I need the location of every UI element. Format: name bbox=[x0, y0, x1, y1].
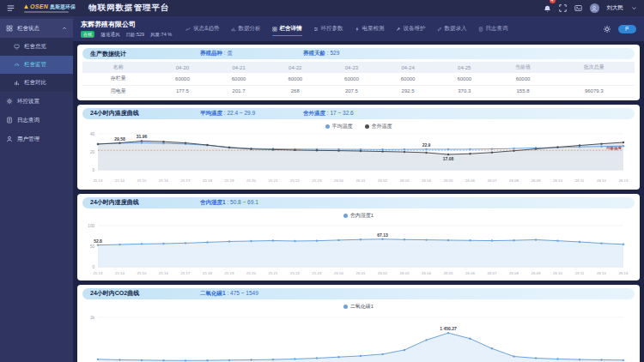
table-cell: 207.5 bbox=[324, 85, 380, 97]
sliders-icon bbox=[313, 27, 319, 32]
column-header: 04-22 bbox=[267, 62, 324, 73]
column-header: 04-25 bbox=[436, 62, 493, 73]
toggle-glyph-icon bbox=[624, 26, 630, 32]
data-point-label: 29.58 bbox=[114, 136, 125, 141]
legend-label: 舍外温度 bbox=[372, 123, 392, 130]
legend-item-舍内湿度1[interactable]: 舍内湿度1 bbox=[343, 212, 374, 220]
chart-legend: 平均温度舍外温度 bbox=[82, 123, 635, 130]
settings-gear-icon[interactable] bbox=[603, 25, 611, 33]
svg-text:25 15: 25 15 bbox=[137, 178, 147, 183]
avatar[interactable] bbox=[590, 3, 599, 13]
farm-name: 东辉养殖有限公司 bbox=[81, 20, 172, 29]
notification-badge: 4 bbox=[550, 0, 556, 3]
column-header: 名称 bbox=[82, 62, 155, 73]
notifications-button[interactable]: 4 bbox=[544, 1, 551, 16]
svg-text:25 17: 25 17 bbox=[181, 178, 191, 183]
chart-plot: 2k1 450.2725 1325 1425 1525 1625 1725 18… bbox=[82, 311, 635, 362]
table-cell: 60000 bbox=[436, 73, 493, 85]
tab-label: 数据分析 bbox=[239, 25, 261, 33]
legend-item-平均温度[interactable]: 平均温度 bbox=[325, 123, 353, 130]
gallery-icon[interactable] bbox=[574, 4, 582, 12]
svg-text:25 13: 25 13 bbox=[94, 178, 103, 183]
farm-badge: 风量:74 % bbox=[150, 32, 172, 38]
svg-text:26 09: 26 09 bbox=[532, 271, 541, 275]
content-scroll-area[interactable]: 生产数据统计 养殖品种 : 蛋养殖天龄 : 529 名称04-2004-2104… bbox=[73, 41, 644, 362]
tab-状态&趋势[interactable]: 状态&趋势 bbox=[185, 18, 219, 39]
svg-text:26 06: 26 06 bbox=[465, 178, 475, 183]
svg-text:25 20: 25 20 bbox=[246, 178, 256, 183]
chevron-down-icon bbox=[631, 5, 637, 11]
svg-text:26 04: 26 04 bbox=[422, 271, 431, 275]
svg-text:26 06: 26 06 bbox=[465, 271, 475, 275]
gear-icon bbox=[603, 25, 611, 33]
svg-text:26 07: 26 07 bbox=[488, 271, 497, 275]
tab-环控参数[interactable]: 环控参数 bbox=[313, 18, 343, 39]
sidebar-item-栏舍总览[interactable]: 栏舍总览 bbox=[0, 38, 73, 56]
legend-dot-icon bbox=[365, 124, 369, 129]
svg-text:26 01: 26 01 bbox=[356, 178, 366, 183]
view-toggle[interactable] bbox=[618, 25, 636, 33]
sidebar-item-栏舍对比[interactable]: 栏舍对比 bbox=[0, 74, 73, 92]
legend-dot-icon bbox=[343, 305, 348, 309]
tab-电量检测[interactable]: 电量检测 bbox=[355, 18, 385, 39]
legend-item-舍外温度[interactable]: 舍外温度 bbox=[365, 123, 392, 130]
sidebar-item-label: 栏舍对比 bbox=[24, 79, 46, 87]
column-header: 04-20 bbox=[155, 62, 211, 73]
farm-info: 东辉养殖有限公司 在线 隧道通风日龄:529风量:74 % bbox=[81, 20, 172, 39]
table-cell bbox=[553, 73, 635, 85]
table-cell: 用电量 bbox=[82, 85, 155, 97]
bell-icon bbox=[544, 5, 551, 13]
svg-text:0: 0 bbox=[92, 167, 94, 172]
svg-text:25 17: 25 17 bbox=[181, 271, 191, 275]
sidebar-item-环控设置[interactable]: 环控设置 bbox=[0, 92, 73, 111]
tab-数据录入[interactable]: 数据录入 bbox=[437, 18, 467, 39]
production-card: 生产数据统计 养殖品种 : 蛋养殖天龄 : 529 名称04-2004-2104… bbox=[77, 45, 640, 100]
svg-text:25 15: 25 15 bbox=[137, 271, 147, 275]
svg-text:25 18: 25 18 bbox=[203, 178, 212, 183]
fullscreen-icon[interactable] bbox=[559, 4, 567, 12]
table-cell: 370.3 bbox=[436, 85, 493, 97]
svg-text:25 19: 25 19 bbox=[225, 271, 234, 275]
sidebar-item-label: 栏舍监管 bbox=[24, 61, 46, 69]
logo: OSEN 奥斯恩环保 bbox=[24, 3, 76, 13]
sidebar-item-日志查询[interactable]: 日志查询 bbox=[0, 111, 73, 130]
logo-brand: OSEN bbox=[30, 3, 48, 9]
sidebar-group-label: 栏舍状态 bbox=[17, 25, 39, 33]
svg-text:25 23: 25 23 bbox=[313, 178, 322, 183]
tab-日志查询[interactable]: 日志查询 bbox=[478, 18, 508, 39]
legend-item-二氧化碳1[interactable]: 二氧化碳1 bbox=[343, 303, 374, 311]
sidebar-item-栏舍监管[interactable]: 栏舍监管 bbox=[0, 56, 73, 74]
column-header: 批次总量 bbox=[553, 62, 635, 73]
collapse-menu-icon[interactable] bbox=[7, 4, 15, 12]
header-stat: 养殖品种 : 蛋 bbox=[200, 50, 303, 57]
doc-icon bbox=[478, 27, 483, 32]
gauge-icon bbox=[14, 62, 20, 68]
header-stat: 平均温度 : 22.4 ~ 29.9 bbox=[200, 110, 303, 118]
chart-plot: 02040目标温度29.5831.9622.917.0825 1325 1425… bbox=[82, 130, 635, 187]
svg-text:25 19: 25 19 bbox=[225, 178, 234, 183]
sidebar-group-0[interactable]: 栏舍状态 bbox=[0, 19, 73, 38]
logo-tagline bbox=[24, 11, 69, 13]
table-cell: 60000 bbox=[210, 73, 267, 85]
username[interactable]: 刘大民 bbox=[607, 4, 624, 12]
svg-text:100: 100 bbox=[88, 223, 94, 227]
svg-text:25 22: 25 22 bbox=[290, 178, 300, 183]
tab-label: 数据录入 bbox=[445, 25, 467, 33]
tab-设备维护[interactable]: 设备维护 bbox=[396, 18, 426, 39]
legend-dot-icon bbox=[343, 214, 348, 218]
chart-title: 24小时内CO2曲线 bbox=[90, 289, 200, 298]
tab-数据分析[interactable]: 数据分析 bbox=[231, 18, 261, 39]
farm-toolbar: 东辉养殖有限公司 在线 隧道通风日龄:529风量:74 % 状态&趋势数据分析栏… bbox=[73, 16, 644, 41]
chart-card-header: 24小时内CO2曲线二氧化碳1 : 475 ~ 1549 bbox=[82, 288, 635, 299]
svg-text:25 14: 25 14 bbox=[115, 271, 125, 275]
svg-text:26 04: 26 04 bbox=[422, 178, 431, 183]
svg-text:26 10: 26 10 bbox=[553, 178, 562, 183]
chevron-down-icon[interactable] bbox=[631, 5, 637, 11]
sidebar-item-用户管理[interactable]: 用户管理 bbox=[0, 130, 73, 148]
sidebar-item-label: 环控设置 bbox=[17, 98, 39, 106]
svg-text:26 00: 26 00 bbox=[334, 271, 343, 275]
column-header: 当前值 bbox=[493, 62, 554, 73]
svg-text:26 02: 26 02 bbox=[378, 178, 387, 183]
data-point-label: 1 450.27 bbox=[440, 326, 457, 331]
tab-栏舍详情[interactable]: 栏舍详情 bbox=[272, 18, 302, 39]
